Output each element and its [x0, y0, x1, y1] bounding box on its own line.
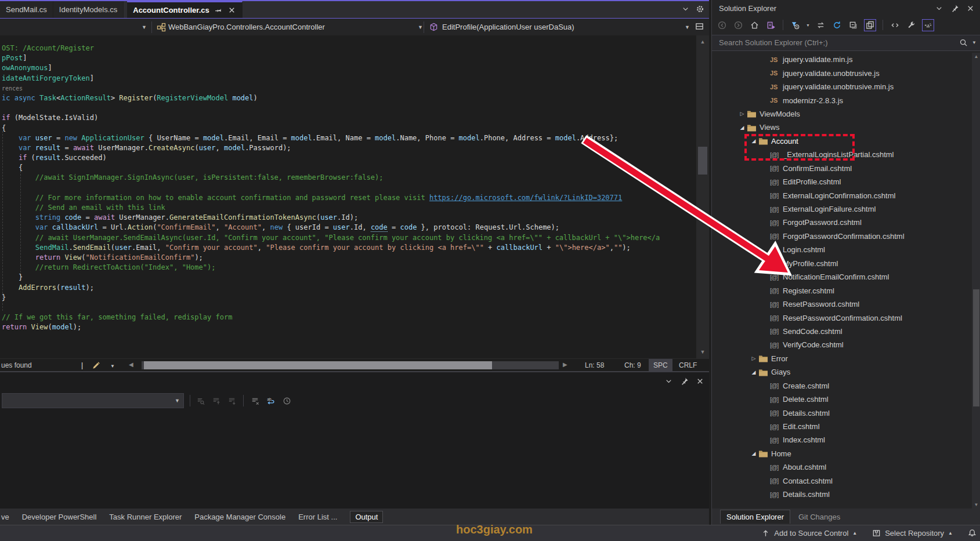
output-source-dropdown[interactable]: ▼ — [2, 393, 184, 408]
pin-icon[interactable] — [214, 5, 223, 15]
code-editor[interactable]: OST: /Account/RegisterpPost]owAnonymous]… — [0, 35, 709, 358]
tree-scrollbar[interactable]: ▲ ▼ — [972, 53, 980, 509]
search-box[interactable]: Search Solution Explorer (Ctrl+;) ▼ — [712, 35, 980, 51]
tree-item-register-cshtml[interactable]: [@]Register.cshtml — [712, 284, 972, 297]
next-message-icon[interactable] — [227, 397, 236, 405]
search-icon[interactable] — [959, 38, 968, 47]
chevron-down-icon[interactable]: ▼ — [680, 24, 695, 30]
tree-item-edit-cshtml[interactable]: [@]Edit.cshtml — [712, 420, 972, 433]
back-icon[interactable] — [717, 20, 728, 31]
tree-item-index-cshtml[interactable]: [@]Index.cshtml — [712, 433, 972, 446]
panel-tab-package-manager-console[interactable]: Package Manager Console — [194, 513, 285, 521]
tree-item-viewmodels[interactable]: ▷ViewModels — [712, 107, 972, 121]
find-message-in-code-icon[interactable] — [196, 397, 205, 405]
column-indicator[interactable]: Ch: 9 — [620, 359, 646, 372]
hyperlink[interactable]: https://go.microsoft.com/fwlink/?LinkID=… — [429, 194, 622, 202]
chevron-down-icon[interactable] — [681, 5, 690, 13]
expand-icon[interactable]: ▷ — [749, 355, 758, 361]
pending-changes-filter-icon[interactable] — [790, 20, 801, 31]
line-indicator[interactable]: Ln: 58 — [580, 359, 609, 372]
tree-item-myprofile-cshtml[interactable]: MyProfile.cshtml — [712, 257, 972, 270]
horizontal-scrollbar[interactable] — [142, 361, 559, 369]
tree-item-create-cshtml[interactable]: [@]Create.cshtml — [712, 379, 972, 393]
add-to-source-control-button[interactable]: Add to Source Control ▲ — [761, 529, 857, 538]
line-ending-indicator[interactable]: CRLF — [674, 359, 701, 372]
pin-icon[interactable] — [950, 4, 959, 13]
chevron-down-icon[interactable]: ▼ — [110, 364, 115, 369]
tree-item-externalloginfailure-cshtml[interactable]: [@]ExternalLoginFailure.cshtml — [712, 202, 972, 216]
forward-icon[interactable] — [733, 20, 744, 31]
scroll-right-icon[interactable]: ▶ — [563, 361, 567, 368]
tree-item-error[interactable]: ▷Error — [712, 352, 972, 365]
scroll-up-icon[interactable]: ▲ — [972, 54, 980, 59]
tree-item-forgotpasswordconfirmation-cshtml[interactable]: [@]ForgotPasswordConfirmation.cshtml — [712, 230, 972, 243]
tree-item-resetpassword-cshtml[interactable]: [@]ResetPassword.cshtml — [712, 297, 972, 311]
collapse-icon[interactable]: ◢ — [749, 369, 758, 375]
home-icon[interactable] — [749, 20, 760, 31]
pin-icon[interactable] — [680, 377, 689, 386]
tree-item-sendcode-cshtml[interactable]: [@]SendCode.cshtml — [712, 325, 972, 338]
member-breadcrumb[interactable]: EditProfile(ApplicationUser userDaSua) — [442, 23, 574, 31]
tree-item-externalloginconfirmation-cshtml[interactable]: [@]ExternalLoginConfirmation.cshtml — [712, 188, 972, 202]
chevron-down-icon[interactable]: ▼ — [137, 24, 151, 30]
tree-item-confirmemail-cshtml[interactable]: [@]ConfirmEmail.cshtml — [712, 162, 972, 175]
notifications-bell-button[interactable] — [968, 529, 977, 538]
scrollbar-thumb[interactable] — [144, 361, 492, 369]
code-health-pen-icon[interactable] — [92, 361, 100, 370]
tree-item-forgotpassword-cshtml[interactable]: [@]ForgotPassword.cshtml — [712, 216, 972, 229]
collapse-all-icon[interactable] — [848, 20, 859, 31]
document-tab-identitymodels-cs[interactable]: IdentityModels.cs — [53, 1, 124, 18]
type-breadcrumb[interactable]: WebBanGiayPro.Controllers.AccountControl… — [168, 23, 325, 31]
word-wrap-icon[interactable]: ab — [266, 397, 276, 405]
split-window-icon[interactable] — [695, 22, 704, 31]
scroll-down-icon[interactable]: ▼ — [972, 502, 980, 507]
close-icon[interactable] — [696, 377, 704, 386]
panel-tab-task-runner-explorer[interactable]: Task Runner Explorer — [109, 513, 182, 521]
collapse-icon[interactable]: ◢ — [737, 125, 747, 130]
tree-item-modernizr-2-8-3-js[interactable]: JSmodernizr-2.8.3.js — [712, 93, 972, 107]
tree-item-details-cshtml[interactable]: [@]Details.cshtml — [712, 488, 972, 501]
panel-tab-ve[interactable]: ve — [1, 513, 9, 521]
close-icon[interactable] — [227, 6, 236, 14]
previous-message-icon[interactable] — [212, 397, 220, 405]
scroll-down-icon[interactable]: ▼ — [696, 349, 709, 355]
explorer-tab-git-changes[interactable]: Git Changes — [798, 513, 840, 521]
switch-views-icon[interactable] — [765, 20, 776, 31]
tree-item-about-cshtml[interactable]: [@]About.cshtml — [712, 460, 972, 474]
document-tab-accountcontroller-cs[interactable]: AccountController.cs — [127, 1, 242, 18]
scroll-up-icon[interactable]: ▲ — [696, 39, 709, 45]
panel-tab-output[interactable]: Output — [350, 511, 383, 523]
show-all-files-icon[interactable] — [922, 19, 934, 31]
view-code-icon[interactable] — [889, 20, 901, 31]
chevron-down-icon[interactable] — [935, 4, 943, 13]
show-timestamp-icon[interactable] — [283, 397, 291, 405]
issues-indicator[interactable]: ues found — [1, 361, 32, 369]
gear-icon[interactable] — [696, 5, 704, 13]
tree-item-jquery-validate-min-js[interactable]: JSjquery.validate.min.js — [712, 53, 972, 66]
sync-with-active-document-icon[interactable] — [815, 20, 826, 31]
tree-item-home[interactable]: ◢Home — [712, 447, 972, 460]
tree-item-details-cshtml[interactable]: [@]Details.cshtml — [712, 406, 972, 419]
tree-item-contact-cshtml[interactable]: [@]Contact.cshtml — [712, 474, 972, 488]
tree-item-jquery-validate-unobtrusive-js[interactable]: JSjquery.validate.unobtrusive.js — [712, 66, 972, 79]
document-tab-sendmail-cs[interactable]: SendMail.cs — [0, 1, 53, 18]
editor-vertical-scrollbar[interactable]: ▲ ▼ — [696, 35, 709, 358]
tree-item-views[interactable]: ◢Views — [712, 121, 972, 134]
preview-selected-items-icon[interactable] — [864, 19, 876, 31]
select-repository-button[interactable]: Select Repository ▲ — [872, 529, 953, 538]
scrollbar-thumb[interactable] — [698, 147, 707, 175]
panel-tab-error-list-[interactable]: Error List ... — [298, 513, 337, 521]
tree-item-giays[interactable]: ◢Giays — [712, 365, 972, 379]
scroll-left-icon[interactable]: ◀ — [129, 361, 133, 368]
tree-item-resetpasswordconfirmation-cshtml[interactable]: [@]ResetPasswordConfirmation.cshtml — [712, 311, 972, 324]
close-icon[interactable] — [966, 4, 975, 13]
tree-item-delete-cshtml[interactable]: [@]Delete.cshtml — [712, 393, 972, 406]
properties-icon[interactable] — [906, 20, 917, 31]
expand-icon[interactable]: ▷ — [737, 111, 747, 117]
clear-all-icon[interactable] — [251, 397, 259, 405]
refresh-icon[interactable] — [831, 20, 842, 31]
chevron-down-icon[interactable]: ▼ — [413, 24, 428, 30]
explorer-tab-solution-explorer[interactable]: Solution Explorer — [720, 510, 790, 524]
encoding-indicator[interactable]: SPC — [649, 359, 672, 372]
chevron-down-icon[interactable] — [664, 377, 673, 386]
